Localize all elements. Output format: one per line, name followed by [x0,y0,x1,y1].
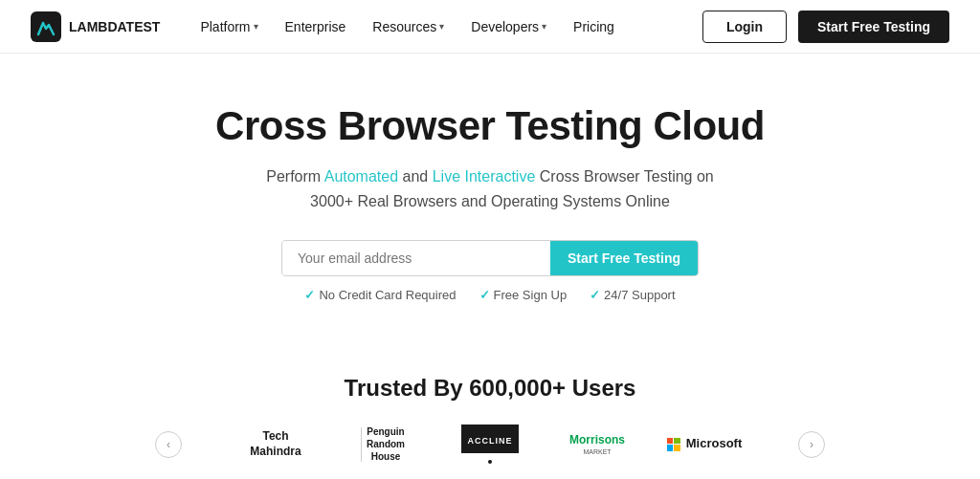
logo-morrisons: Morrisons MARKET [559,433,635,455]
highlight-automated: Automated [324,168,398,185]
login-button[interactable]: Login [702,11,787,43]
trust-badges: ✓ No Credit Card Required ✓ Free Sign Up… [304,288,675,302]
trusted-section: Trusted By 600,000+ Users ‹ TechMahindra… [0,375,980,479]
microsoft-grid-icon [667,438,680,451]
chevron-down-icon: ▾ [542,21,546,32]
divider [361,427,362,462]
trusted-title: Trusted By 600,000+ Users [345,375,636,402]
trust-badge-signup: ✓ Free Sign Up [479,288,568,302]
logo-microsoft: Microsoft [666,436,743,452]
chevron-down-icon: ▾ [254,21,258,32]
trust-badge-support: ✓ 24/7 Support [590,288,675,302]
hero-subtitle: Perform Automated and Live Interactive C… [266,164,714,213]
check-icon: ✓ [479,288,490,302]
nav-pricing[interactable]: Pricing [564,11,624,42]
nav-platform[interactable]: Platform ▾ [190,11,267,42]
hero-title: Cross Browser Testing Cloud [215,103,765,149]
logo-icon [31,11,61,42]
nav-actions: Login Start Free Testing [702,11,949,43]
check-icon: ✓ [304,288,315,302]
nav-resources[interactable]: Resources ▾ [363,11,454,42]
logo[interactable]: LAMBDATEST [31,11,160,42]
nav-developers[interactable]: Developers ▾ [461,11,556,42]
accline-logo-svg: ACCLINE [461,425,519,453]
trust-badge-credit-card: ✓ No Credit Card Required [304,288,456,302]
carousel-next-button[interactable]: › [798,431,825,458]
svg-text:ACCLINE: ACCLINE [468,436,513,446]
start-free-testing-button[interactable]: Start Free Testing [798,11,949,43]
email-input[interactable] [282,241,550,275]
logo-penguin-random-house: PenguinRandomHouse [345,425,421,463]
logos-row: TechMahindra PenguinRandomHouse ACCLINE [182,425,798,464]
hero-section: Cross Browser Testing Cloud Perform Auto… [0,54,980,375]
hero-cta-button[interactable]: Start Free Testing [550,241,698,275]
logo-text: LAMBDATEST [69,19,160,34]
logo-accline: ACCLINE [452,425,528,464]
email-form: Start Free Testing [281,240,699,276]
chevron-down-icon: ▾ [439,21,444,32]
carousel-prev-button[interactable]: ‹ [155,431,182,458]
nav-links: Platform ▾ Enterprise Resources ▾ Develo… [190,11,702,42]
logos-carousel: ‹ TechMahindra PenguinRandomHouse [155,425,825,464]
navbar: LAMBDATEST Platform ▾ Enterprise Resourc… [0,0,980,54]
nav-enterprise[interactable]: Enterprise [276,11,356,42]
logo-tech-mahindra: TechMahindra [237,429,314,459]
check-icon: ✓ [590,288,600,302]
highlight-live: Live Interactive [433,168,536,185]
